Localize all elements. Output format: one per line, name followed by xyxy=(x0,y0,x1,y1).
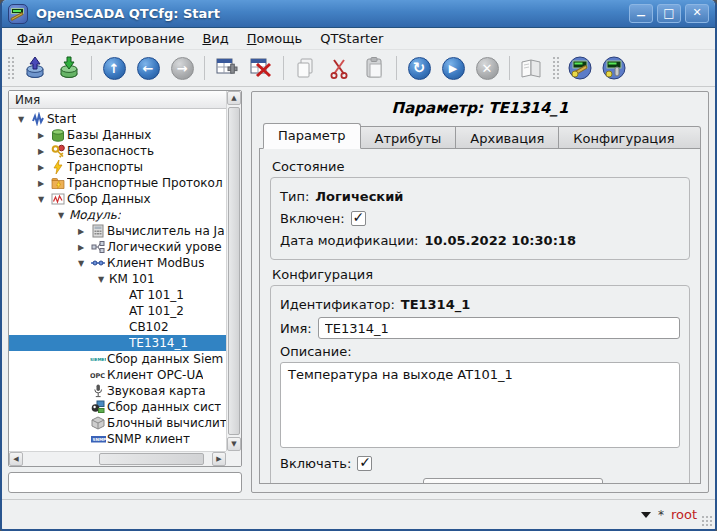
tree-item-modbus[interactable]: Клиент ModBus xyxy=(9,255,226,271)
vscroll-thumb[interactable] xyxy=(228,107,240,435)
tree-item-cb102[interactable]: CB102 xyxy=(9,319,226,335)
tree-item-protocols[interactable]: Транспортные Протокол xyxy=(9,175,226,191)
transports-icon xyxy=(49,160,67,174)
delete-item-button[interactable] xyxy=(246,53,276,83)
go-up-button[interactable]: ↑ xyxy=(99,53,129,83)
expand-arrow-icon[interactable] xyxy=(73,259,89,268)
cut-item-button[interactable] xyxy=(325,53,355,83)
go-forward-button[interactable]: → xyxy=(167,53,197,83)
save-to-db-button[interactable] xyxy=(54,53,84,83)
tree-item-at101-2[interactable]: AT 101_2 xyxy=(9,303,226,319)
maximize-button[interactable] xyxy=(657,4,681,23)
titlebar[interactable]: OpenSCADA QTCfg: Start xyxy=(2,0,715,28)
toolbar: ↑ ← → ↻ ▶ ✕ xyxy=(2,50,715,87)
state-group: Тип: Логический Включен: Дата модификаци… xyxy=(270,177,690,260)
security-icon xyxy=(49,144,67,158)
tree-item-opcua[interactable]: OPCКлиент OPC-UA xyxy=(9,367,226,383)
state-group-label: Состояние xyxy=(272,159,690,174)
modified-value: 10.05.2022 10:30:18 xyxy=(425,233,576,248)
tree-horizontal-scrollbar[interactable]: ◀ ▶ xyxy=(9,451,226,466)
expand-arrow-icon[interactable] xyxy=(53,211,69,220)
description-label: Описание: xyxy=(280,344,352,359)
tab-archiving[interactable]: Архивация xyxy=(456,126,559,149)
expand-arrow-icon[interactable] xyxy=(33,147,49,156)
tab-attributes[interactable]: Атрибуты xyxy=(361,126,457,149)
openscada-config-icon xyxy=(568,56,592,80)
tree-item-start[interactable]: Start xyxy=(9,111,226,127)
stop-button[interactable]: ✕ xyxy=(472,53,502,83)
tree-item-logiclev[interactable]: Логический урове xyxy=(9,239,226,255)
tree-item-daq[interactable]: Сбор Данных xyxy=(9,191,226,207)
expand-arrow-icon[interactable] xyxy=(73,243,89,252)
menu-edit[interactable]: Редактирование xyxy=(62,29,193,48)
tree-item-javalikecalc[interactable]: Вычислитель на Ja xyxy=(9,223,226,239)
menu-qtstarter[interactable]: QTStarter xyxy=(311,29,392,48)
user-dropdown-icon[interactable] xyxy=(641,512,651,518)
tree-vertical-scrollbar[interactable]: ▲ ▼ xyxy=(226,91,241,451)
expand-arrow-icon[interactable] xyxy=(13,115,29,124)
tree-view: Имя Start Базы Данных Безопасность Транс… xyxy=(9,91,226,451)
expand-arrow-icon[interactable] xyxy=(33,163,49,172)
tree-item-system-daq[interactable]: Сбор данных сист xyxy=(9,399,226,415)
tree-header[interactable]: Имя xyxy=(9,91,226,109)
go-back-button[interactable]: ← xyxy=(133,53,163,83)
close-button[interactable] xyxy=(685,4,709,23)
enabled-checkbox[interactable] xyxy=(351,211,366,226)
tree-item-blockcalc[interactable]: Блочный вычислит xyxy=(9,415,226,431)
tab-parameter[interactable]: Параметр xyxy=(263,123,361,149)
menu-file[interactable]: Файл xyxy=(8,29,62,48)
expand-arrow-icon[interactable] xyxy=(93,275,109,284)
start-button[interactable]: ▶ xyxy=(438,53,468,83)
tree-item-module[interactable]: Модуль: xyxy=(9,207,226,223)
tree-item-soundcard[interactable]: Звуковая карта xyxy=(9,383,226,399)
add-item-button[interactable] xyxy=(212,53,242,83)
qtstarter-tools-button[interactable] xyxy=(599,53,629,83)
load-from-db-button[interactable] xyxy=(20,53,50,83)
tree-item-at101-1[interactable]: AT 101_1 xyxy=(9,287,226,303)
expand-arrow-icon[interactable] xyxy=(33,131,49,140)
scroll-up-icon[interactable]: ▲ xyxy=(227,91,241,105)
refresh-icon: ↻ xyxy=(408,57,431,80)
to-enable-checkbox[interactable] xyxy=(357,456,372,471)
db-save-icon xyxy=(57,56,81,80)
tree-item-te1314-1-selected[interactable]: TE1314_1 xyxy=(9,335,226,351)
expand-arrow-icon[interactable] xyxy=(73,227,89,236)
manual-button[interactable] xyxy=(517,53,547,83)
template-combobox[interactable]: base.anUnif xyxy=(423,478,603,484)
hscroll-thumb[interactable] xyxy=(99,453,205,465)
menu-help[interactable]: Помощь xyxy=(238,29,311,48)
tab-template-config[interactable]: Конфигурация шаблона xyxy=(559,126,701,149)
minimize-button[interactable] xyxy=(629,4,653,23)
qtstarter-config-button[interactable] xyxy=(565,53,595,83)
tree-item-siemens[interactable]: SIEMENSСбор данных Siem xyxy=(9,351,226,367)
paste-item-button[interactable] xyxy=(359,53,389,83)
tree-item-transports[interactable]: Транспорты xyxy=(9,159,226,175)
modified-label: Дата модификации: xyxy=(280,233,419,248)
type-value: Логический xyxy=(315,189,403,204)
name-label: Имя: xyxy=(280,321,312,336)
tree-frame: Имя Start Базы Данных Безопасность Транс… xyxy=(8,90,242,467)
toolbar-drag-handle[interactable] xyxy=(7,56,15,80)
tree-item-security[interactable]: Безопасность xyxy=(9,143,226,159)
modbus-icon xyxy=(89,256,107,270)
description-textarea[interactable]: Температура на выходе AT101_1 xyxy=(280,362,680,448)
tree-item-databases[interactable]: Базы Данных xyxy=(9,127,226,143)
resize-grip[interactable] xyxy=(701,515,713,527)
tree-item-km101[interactable]: КМ 101 xyxy=(9,271,226,287)
expand-arrow-icon[interactable] xyxy=(33,195,49,204)
copy-item-button[interactable] xyxy=(291,53,321,83)
tree-item-snmp[interactable]: SNMPSNMP клиент xyxy=(9,431,226,447)
name-input[interactable] xyxy=(318,317,680,339)
scroll-left-icon[interactable]: ◀ xyxy=(9,452,23,466)
window-title: OpenSCADA QTCfg: Start xyxy=(36,6,629,21)
play-icon: ▶ xyxy=(442,57,465,80)
scroll-right-icon[interactable]: ▶ xyxy=(212,452,226,466)
expand-arrow-icon[interactable] xyxy=(33,179,49,188)
toolbar-drag-handle-2[interactable] xyxy=(552,56,560,80)
refresh-button[interactable]: ↻ xyxy=(404,53,434,83)
tree-search-input[interactable] xyxy=(8,472,242,493)
current-user[interactable]: root xyxy=(671,507,697,522)
scroll-down-icon[interactable]: ▼ xyxy=(227,437,241,451)
menu-view[interactable]: Вид xyxy=(193,29,237,48)
scissors-icon xyxy=(328,56,352,80)
